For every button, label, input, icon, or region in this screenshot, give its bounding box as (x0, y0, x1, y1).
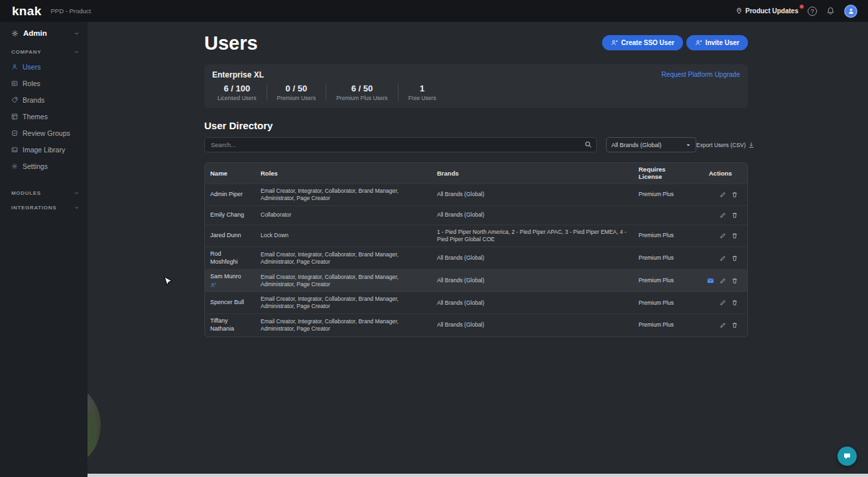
table-row: Sam Munro Email Creator, Integrator, Col… (205, 269, 747, 292)
company-section-label: COMPANY (11, 49, 41, 55)
sidebar-admin[interactable]: Admin (0, 22, 88, 44)
delete-icon[interactable] (731, 212, 738, 219)
notification-badge (799, 4, 804, 9)
user-name: Jared Dunn (205, 229, 255, 243)
sidebar-item-label: Themes (23, 113, 48, 121)
user-name: Admin Piper (205, 187, 255, 202)
edit-icon[interactable] (719, 322, 726, 329)
sidebar-item-label: Settings (23, 162, 48, 170)
plan-card: Enterprise XL Request Platform Upgrade 6… (204, 64, 748, 108)
bell-icon[interactable] (826, 7, 835, 15)
sidebar-item-label: Review Groups (23, 129, 70, 137)
search-wrap (204, 137, 597, 152)
row-actions (696, 252, 747, 265)
topbar-right: Product Updates ? (735, 5, 857, 18)
chevron-down-icon (74, 190, 80, 196)
sidebar-item-label: Image Library (23, 146, 65, 154)
knak-logo[interactable]: knak (12, 4, 42, 19)
delete-icon[interactable] (731, 233, 738, 239)
modules-section-label: MODULES (11, 190, 41, 196)
sidebar-item-brands[interactable]: Brands (0, 91, 88, 108)
brand-filter-select[interactable]: All Brands (Global) (606, 137, 696, 152)
users-table: Name Roles Brands Requires License Actio… (204, 162, 748, 337)
stat-value: 0 / 50 (277, 83, 316, 93)
stat-label: Free Users (408, 95, 436, 101)
edit-icon[interactable] (719, 255, 726, 262)
gear-icon (11, 30, 19, 37)
user-name: Tiffany Nathania (205, 314, 255, 336)
sidebar-section-company[interactable]: COMPANY (0, 44, 88, 58)
chat-widget-button[interactable] (837, 447, 857, 466)
user-name: Sam Munro (210, 273, 250, 281)
search-icon (584, 140, 592, 148)
export-users-csv-link[interactable]: Export Users (CSV) (696, 142, 755, 148)
table-row: Tiffany Nathania Email Creator, Integrat… (205, 313, 747, 336)
request-upgrade-link[interactable]: Request Platform Upgrade (662, 71, 740, 78)
user-roles: Lock Down (255, 229, 432, 242)
sidebar-item-roles[interactable]: Roles (0, 75, 88, 91)
tag-icon (11, 97, 18, 103)
user-brands: All Brands (Global) (432, 296, 633, 310)
edit-icon[interactable] (719, 233, 726, 239)
delete-icon[interactable] (731, 322, 738, 329)
delete-icon[interactable] (731, 299, 738, 306)
user-name-cell: Sam Munro (205, 270, 255, 292)
invite-user-button[interactable]: Invite User (686, 35, 748, 50)
stat-value: 1 (408, 83, 436, 93)
caret-down-icon (686, 142, 691, 148)
row-actions (696, 296, 747, 309)
user-roles: Email Creator, Integrator, Collaborator,… (255, 248, 432, 269)
row-actions (696, 274, 747, 288)
sidebar-item-settings[interactable]: Settings (0, 158, 88, 174)
sidebar-item-image-library[interactable]: Image Library (0, 141, 88, 158)
user-brands: All Brands (Global) (432, 274, 633, 288)
delete-icon[interactable] (731, 277, 738, 284)
edit-icon[interactable] (719, 299, 726, 306)
create-sso-user-button[interactable]: Create SSO User (602, 35, 683, 50)
delete-icon[interactable] (731, 191, 738, 198)
stat-licensed-users: 6 / 100 Licensed Users (212, 83, 267, 101)
workspace-label: PPD - Product (51, 7, 92, 15)
chevron-down-icon (74, 30, 80, 36)
user-brands: All Brands (Global) (432, 187, 633, 201)
user-avatar[interactable] (844, 5, 857, 18)
stat-premium-users: 0 / 50 Premium Users (267, 83, 327, 101)
user-roles: Email Creator, Integrator, Collaborator,… (255, 270, 432, 292)
resend-invite-mail-icon[interactable] (707, 277, 714, 284)
row-actions (696, 188, 747, 201)
user-license: Premium Plus (633, 296, 696, 310)
user-license: Premium Plus (633, 318, 696, 332)
edit-icon[interactable] (719, 191, 726, 198)
sidebar-item-users[interactable]: Users (0, 58, 88, 75)
roles-icon (11, 80, 18, 87)
announcement-pin-icon (735, 7, 743, 15)
admin-label: Admin (23, 29, 47, 37)
integrations-section-label: INTEGRATIONS (11, 205, 56, 211)
users-icon (11, 64, 18, 70)
help-button[interactable]: ? (808, 7, 817, 16)
user-roles: Email Creator, Integrator, Collaborator,… (255, 292, 432, 313)
user-license: Premium Plus (633, 274, 696, 288)
delete-icon[interactable] (731, 255, 738, 262)
user-plus-icon (611, 39, 618, 46)
edit-icon[interactable] (719, 277, 726, 284)
table-header-row: Name Roles Brands Requires License Actio… (205, 163, 747, 184)
sidebar-item-label: Brands (23, 96, 44, 104)
user-name: Emily Chang (205, 208, 255, 223)
sidebar-item-themes[interactable]: Themes (0, 108, 88, 125)
search-input[interactable] (204, 137, 597, 152)
stat-value: 6 / 100 (217, 83, 257, 93)
product-updates-label: Product Updates (745, 7, 798, 15)
sidebar-section-modules[interactable]: MODULES (0, 185, 88, 199)
sidebar-section-integrations[interactable]: INTEGRATIONS (0, 199, 88, 214)
sidebar-item-label: Users (23, 63, 40, 71)
table-row: Emily Chang Collaborator All Brands (Glo… (205, 205, 747, 225)
edit-icon[interactable] (719, 212, 726, 219)
export-label: Export Users (CSV) (696, 142, 746, 148)
sidebar-item-review-groups[interactable]: Review Groups (0, 125, 88, 141)
user-name: Spencer Bull (205, 295, 255, 310)
product-updates-button[interactable]: Product Updates (735, 7, 798, 15)
help-label: ? (810, 8, 814, 15)
user-brands: All Brands (Global) (432, 251, 633, 265)
stat-value: 6 / 50 (336, 83, 387, 93)
